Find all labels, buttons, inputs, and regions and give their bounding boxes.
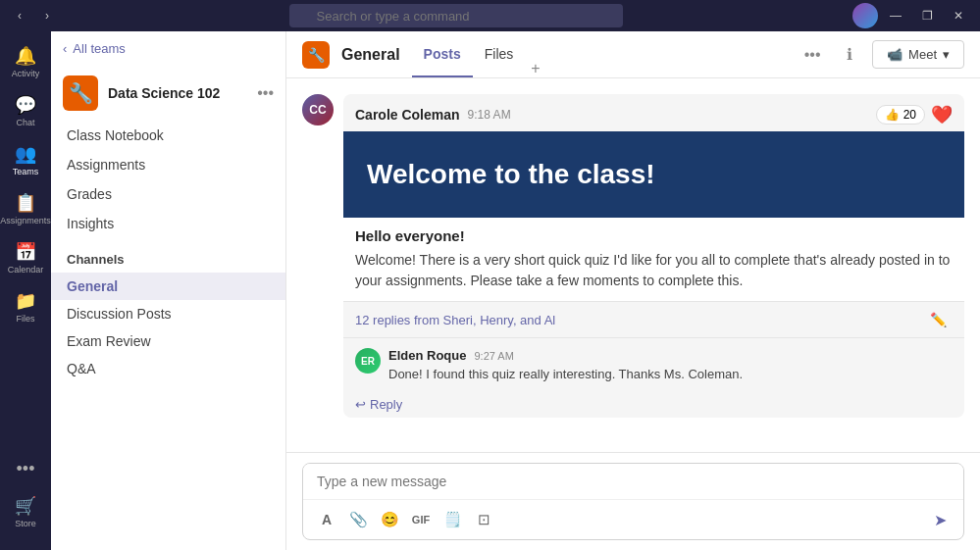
- rail-item-more[interactable]: •••: [6, 453, 45, 485]
- replies-text[interactable]: 12 replies from Sheri, Henry, and Al: [355, 313, 555, 327]
- sidebar-channel-discussion-posts[interactable]: Discussion Posts: [51, 300, 285, 327]
- reply-header: Elden Roque 9:27 AM: [388, 348, 953, 363]
- discussion-posts-label: Discussion Posts: [67, 306, 172, 322]
- sidebar-channels-header: Channels: [51, 242, 285, 273]
- nav-forward-button[interactable]: ›: [35, 4, 59, 27]
- info-button[interactable]: ℹ: [835, 40, 864, 70]
- more-options-button[interactable]: •••: [798, 40, 827, 70]
- compose-area: A 📎 😊 GIF 🗒️ ⊡ ➤: [286, 452, 980, 550]
- reply-icon: ↩: [355, 397, 366, 412]
- message-time: 9:18 AM: [468, 108, 511, 122]
- reply-text: Done! I found this quiz really interesti…: [388, 367, 953, 381]
- sidebar-nav-assignments[interactable]: Assignments: [51, 150, 285, 179]
- general-label: General: [67, 278, 118, 294]
- titlebar: ‹ › 🔍 — ❐ ✕: [0, 0, 980, 31]
- message-text-area: Hello everyone! Welcome! There is a very…: [343, 218, 964, 301]
- reply-body: Elden Roque 9:27 AM Done! I found this q…: [388, 348, 953, 381]
- attach-button[interactable]: 📎: [344, 506, 372, 533]
- calendar-icon: 📅: [15, 241, 36, 263]
- chat-icon: 💬: [15, 94, 36, 116]
- sidebar-team-header: 🔧 Data Science 102 •••: [51, 66, 285, 117]
- edit-icon[interactable]: ✏️: [924, 310, 953, 329]
- meet-chevron-icon: ▾: [943, 47, 950, 62]
- teams-icon: 👥: [15, 143, 36, 165]
- thumbs-up-icon: 👍: [885, 108, 900, 122]
- back-label: All teams: [73, 41, 125, 56]
- header-actions: ••• ℹ 📹 Meet ▾: [798, 40, 964, 70]
- main-content: 🔧 General Posts Files + ••• ℹ 📹 Meet ▾: [286, 31, 980, 550]
- rail-label-assignments: Assignments: [0, 216, 51, 225]
- meet-button[interactable]: 📹 Meet ▾: [872, 40, 964, 69]
- sidebar: ‹ All teams 🔧 Data Science 102 ••• Class…: [51, 31, 286, 550]
- channel-header: 🔧 General Posts Files + ••• ℹ 📹 Meet ▾: [286, 31, 980, 78]
- sidebar-channel-exam-review[interactable]: Exam Review: [51, 327, 285, 355]
- rail-item-assignments[interactable]: 📋 Assignments: [6, 186, 45, 231]
- rail-label-activity: Activity: [12, 69, 40, 78]
- rail-label-teams: Teams: [13, 167, 39, 176]
- close-button[interactable]: ✕: [945, 6, 972, 25]
- compose-toolbar: A 📎 😊 GIF 🗒️ ⊡ ➤: [303, 499, 963, 539]
- avatar[interactable]: [852, 3, 878, 28]
- welcome-title: Welcome to the class!: [367, 159, 941, 190]
- message-text-title: Hello everyone!: [355, 227, 953, 244]
- rail-item-store[interactable]: 🛒 Store: [6, 489, 45, 534]
- rail-item-teams[interactable]: 👥 Teams: [6, 137, 45, 182]
- message-card: CC Carole Coleman 9:18 AM 👍 20: [302, 94, 964, 418]
- message-header-left: Carole Coleman 9:18 AM: [355, 107, 511, 123]
- sidebar-nav-insights[interactable]: Insights: [51, 209, 285, 238]
- more-tools-button[interactable]: ⊡: [470, 506, 497, 533]
- tab-files[interactable]: Files: [473, 31, 526, 77]
- app-body: 🔔 Activity 💬 Chat 👥 Teams 📋 Assignments …: [0, 31, 980, 550]
- emoji-button[interactable]: 😊: [376, 506, 403, 533]
- message-avatar: CC: [302, 94, 334, 125]
- video-icon: 📹: [887, 47, 903, 62]
- welcome-banner: Welcome to the class!: [343, 131, 964, 218]
- rail-item-chat[interactable]: 💬 Chat: [6, 88, 45, 133]
- reply-label: Reply: [370, 397, 402, 412]
- message-reactions: 👍 20 ❤️: [876, 104, 953, 125]
- message-replies-link[interactable]: 12 replies from Sheri, Henry, and Al ✏️: [343, 301, 964, 337]
- format-button[interactable]: A: [313, 506, 340, 533]
- message-author: Carole Coleman: [355, 107, 460, 123]
- store-icon: 🛒: [15, 495, 36, 517]
- left-rail: 🔔 Activity 💬 Chat 👥 Teams 📋 Assignments …: [0, 31, 51, 550]
- compose-input[interactable]: [303, 464, 963, 499]
- tab-add-button[interactable]: +: [525, 60, 545, 77]
- rail-item-calendar[interactable]: 📅 Calendar: [6, 235, 45, 280]
- thumbs-up-reaction[interactable]: 👍 20: [876, 105, 925, 125]
- sidebar-nav: Class Notebook Assignments Grades Insigh…: [51, 117, 285, 242]
- sidebar-nav-grades[interactable]: Grades: [51, 179, 285, 209]
- assignments-icon: 📋: [15, 192, 36, 214]
- tab-posts[interactable]: Posts: [412, 31, 473, 77]
- message-header: Carole Coleman 9:18 AM 👍 20 ❤️: [343, 94, 964, 131]
- minimize-button[interactable]: —: [882, 6, 909, 25]
- team-icon: 🔧: [63, 75, 98, 111]
- send-button[interactable]: ➤: [926, 506, 954, 533]
- reaction-count: 20: [903, 108, 916, 122]
- sidebar-channel-qanda[interactable]: Q&A: [51, 355, 285, 382]
- rail-item-files[interactable]: 📁 Files: [6, 284, 45, 329]
- sticker-button[interactable]: 🗒️: [438, 506, 466, 533]
- reply-time: 9:27 AM: [474, 350, 513, 362]
- sidebar-nav-class-notebook[interactable]: Class Notebook: [51, 121, 285, 150]
- team-more-button[interactable]: •••: [257, 84, 274, 102]
- rail-item-activity[interactable]: 🔔 Activity: [6, 39, 45, 84]
- files-icon: 📁: [15, 290, 36, 312]
- rail-label-files: Files: [16, 314, 34, 324]
- sidebar-back-button[interactable]: ‹ All teams: [51, 31, 285, 66]
- reply-author: Elden Roque: [388, 348, 466, 363]
- reply-preview: ER Elden Roque 9:27 AM Done! I found thi…: [343, 337, 964, 391]
- meet-label: Meet: [908, 47, 937, 62]
- nav-back-button[interactable]: ‹: [8, 4, 31, 27]
- maximize-button[interactable]: ❐: [913, 6, 941, 25]
- more-icon: •••: [17, 459, 35, 479]
- reply-button[interactable]: ↩ Reply: [343, 391, 964, 418]
- sidebar-channel-general[interactable]: General: [51, 273, 285, 300]
- messages-area[interactable]: CC Carole Coleman 9:18 AM 👍 20: [286, 78, 980, 452]
- channel-name: General: [341, 46, 400, 64]
- heart-reaction[interactable]: ❤️: [931, 104, 953, 125]
- message-body: Carole Coleman 9:18 AM 👍 20 ❤️: [343, 94, 964, 418]
- gif-button[interactable]: GIF: [407, 506, 435, 533]
- search-input[interactable]: [289, 4, 623, 27]
- rail-label-chat: Chat: [16, 118, 34, 127]
